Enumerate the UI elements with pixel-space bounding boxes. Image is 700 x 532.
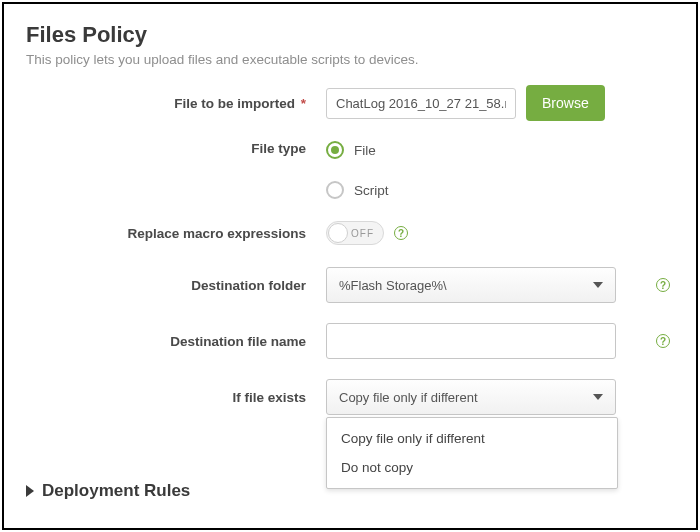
- toggle-off-label: OFF: [351, 228, 374, 239]
- help-icon[interactable]: ?: [394, 226, 408, 240]
- dest-folder-select[interactable]: %Flash Storage%\: [326, 267, 616, 303]
- required-indicator: *: [301, 96, 306, 111]
- row-file-type: File type File Script: [26, 137, 674, 199]
- file-type-radio-group: File Script: [326, 137, 389, 199]
- dest-folder-value: %Flash Storage%\: [339, 278, 447, 293]
- row-if-file-exists: If file exists Copy file only if differe…: [26, 379, 674, 415]
- chevron-down-icon: [593, 282, 603, 288]
- label-dest-file-name: Destination file name: [26, 334, 326, 349]
- row-file-to-import: File to be imported * Browse: [26, 85, 674, 121]
- label-if-file-exists: If file exists: [26, 390, 326, 405]
- page-description: This policy lets you upload files and ex…: [26, 52, 674, 67]
- dest-file-name-input[interactable]: [326, 323, 616, 359]
- files-policy-panel: Files Policy This policy lets you upload…: [2, 2, 698, 530]
- browse-button[interactable]: Browse: [526, 85, 605, 121]
- dropdown-item-copy-if-different[interactable]: Copy file only if different: [327, 424, 617, 453]
- help-icon[interactable]: ?: [656, 334, 670, 348]
- field-if-file-exists: Copy file only if different Copy file on…: [326, 379, 674, 415]
- if-file-exists-select[interactable]: Copy file only if different: [326, 379, 616, 415]
- row-replace-macro: Replace macro expressions OFF ?: [26, 221, 674, 245]
- field-replace-macro: OFF ?: [326, 221, 674, 245]
- label-replace-macro: Replace macro expressions: [26, 226, 326, 241]
- label-file-to-import-text: File to be imported: [174, 96, 295, 111]
- help-icon[interactable]: ?: [656, 278, 670, 292]
- radio-file-indicator: [326, 141, 344, 159]
- radio-script[interactable]: Script: [326, 181, 389, 199]
- if-file-exists-value: Copy file only if different: [339, 390, 478, 405]
- toggle-knob: [328, 223, 348, 243]
- label-dest-folder: Destination folder: [26, 278, 326, 293]
- row-dest-folder: Destination folder %Flash Storage%\ ?: [26, 267, 674, 303]
- chevron-right-icon: [26, 485, 34, 497]
- field-file-type: File Script: [326, 137, 674, 199]
- field-dest-folder: %Flash Storage%\: [326, 267, 674, 303]
- dropdown-item-do-not-copy[interactable]: Do not copy: [327, 453, 617, 482]
- radio-file-label: File: [354, 143, 376, 158]
- replace-macro-toggle[interactable]: OFF: [326, 221, 384, 245]
- label-file-type: File type: [26, 137, 326, 156]
- if-file-exists-dropdown: Copy file only if different Do not copy: [326, 417, 618, 489]
- chevron-down-icon: [593, 394, 603, 400]
- label-file-to-import: File to be imported *: [26, 96, 326, 111]
- radio-file[interactable]: File: [326, 141, 389, 159]
- file-name-input[interactable]: [326, 88, 516, 119]
- row-dest-file-name: Destination file name ?: [26, 323, 674, 359]
- field-file-to-import: Browse: [326, 85, 674, 121]
- deployment-rules-title: Deployment Rules: [42, 481, 190, 501]
- page-title: Files Policy: [26, 22, 674, 48]
- field-dest-file-name: [326, 323, 674, 359]
- radio-script-label: Script: [354, 183, 389, 198]
- radio-script-indicator: [326, 181, 344, 199]
